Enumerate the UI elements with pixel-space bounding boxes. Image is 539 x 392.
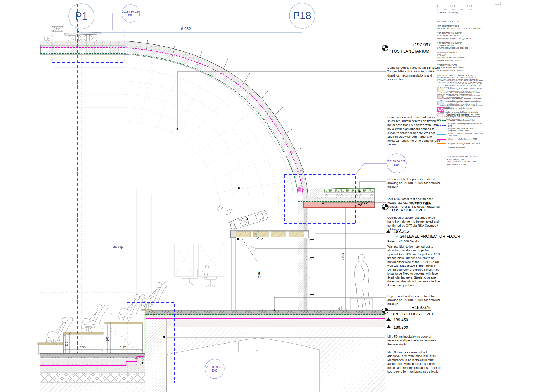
source-line: GFT ON SITE SURVEYS bbox=[437, 25, 484, 27]
dim-977: 977 bbox=[106, 336, 109, 341]
border-corner-mark bbox=[495, 2, 501, 4]
legend-item-label: Rockwool EWI Slab stone wool insulation,… bbox=[447, 94, 484, 99]
dim-639: 639 bbox=[65, 342, 68, 346]
projector-mount bbox=[217, 205, 233, 215]
roof-insulation-layer bbox=[308, 197, 375, 202]
swatch-rainscreen bbox=[437, 101, 444, 105]
background-room bbox=[136, 189, 243, 310]
scale-tick: 500 bbox=[452, 9, 454, 11]
legend-item-label: Visqueen Zedex High Performance CPT DPC bbox=[448, 123, 484, 127]
callout-d04-sheet: D04 bbox=[394, 163, 399, 166]
grid-markers bbox=[69, 3, 315, 29]
swatch-ewi-slab bbox=[437, 95, 444, 99]
legend-item-label: Rockwool NyRock Frame Slab 032 stone woo… bbox=[447, 88, 484, 93]
source-line: ORDER NUMBER : 2041574 bbox=[437, 59, 484, 62]
legend-item-label: Breather membrane bbox=[448, 147, 465, 149]
legend-item: Visqueen Zedex High Performance CPT DPC bbox=[437, 123, 484, 127]
membrane-line-hp-dpm bbox=[437, 139, 446, 140]
wall-fixing-brackets bbox=[310, 239, 314, 298]
source-line: PROMAP bbox=[437, 54, 484, 57]
legend-item-label: Visqueen Pro Single Sided Joint Tape bbox=[448, 143, 480, 145]
grid-marker-p18: P18 bbox=[293, 10, 311, 21]
legend-item-label: Visqueen Self Adhesive DPM On Visqueen T… bbox=[448, 127, 484, 132]
profiled-deck-layer bbox=[324, 194, 375, 197]
source-line: LICENCE NUMBER : 100022432 bbox=[437, 57, 484, 59]
level-value-projector-floor: 192.212 bbox=[393, 229, 410, 234]
legend-item: Rockwool NyRock Frame Slab 032 stone woo… bbox=[437, 88, 484, 93]
scale-bar-label: Scale Bar | 1:20 (mm) bbox=[437, 11, 484, 14]
dim-237: 237 bbox=[254, 233, 257, 237]
level-label-tos-planetarium: TOS PLANETARIUM bbox=[391, 49, 429, 53]
level-lines bbox=[127, 43, 431, 328]
note-min-insulation: Min. 50mm insulation to edge of reservoi… bbox=[387, 335, 441, 346]
note-upper-floor: Upper floor build up - refer to detail d… bbox=[387, 294, 441, 306]
source-line: GREENHATCH GROUP bbox=[437, 34, 484, 37]
scale-tick: 250 bbox=[444, 9, 446, 11]
legend-item: Rockwool EWI Slab stone wool insulation,… bbox=[437, 94, 484, 99]
insulation-legend-title: PLANETARIUM INSULATION LEGEND bbox=[447, 82, 484, 85]
level-label-projector-floor: HIGH LEVEL PROJECTOR FLOOR bbox=[396, 234, 460, 238]
dim-span: 6,952 bbox=[181, 27, 191, 31]
source-block: TREE SURVEY PLAN PAUL HICKING ASSOCIATES… bbox=[437, 64, 484, 72]
scale-tick: 0 bbox=[437, 9, 438, 11]
membranes-legend: MEMBRANES LEGEND Visqueen Vapour Barrier… bbox=[437, 111, 484, 166]
legend-item-label: Visqueen Vapour Barrier (VCL) bbox=[448, 119, 475, 122]
dim-min300-b: Min. 300 bbox=[146, 313, 156, 316]
scale-bar-graphic bbox=[437, 4, 472, 8]
level-value-189450: 189.450 bbox=[393, 317, 408, 322]
breather-membrane-line bbox=[40, 48, 303, 195]
dim-1300: 1,300 bbox=[80, 346, 87, 349]
level-triangle-189450 bbox=[386, 317, 391, 321]
dim-2300: 2,300 bbox=[258, 271, 261, 278]
scale-tick: 750 bbox=[460, 9, 462, 11]
membrane-line-breather bbox=[437, 148, 446, 148]
membrane-line-vcl bbox=[437, 120, 446, 121]
dim-min300-a: Min. 300 bbox=[113, 245, 122, 248]
legend-item-label: Visqueen 100mm Pro Double Sided Butyl Jo… bbox=[448, 132, 484, 137]
source-block: TOPOGRAPHICAL SURVEY TOWER SURVEYS DRAWI… bbox=[437, 42, 484, 50]
level-label-upper-floor: UPPER FLOOR LEVEL bbox=[391, 311, 434, 316]
legend-item: Visqueen Vapour Barrier (VCL) bbox=[437, 118, 484, 123]
dim-min300-c: Min. 300 bbox=[134, 357, 143, 360]
intumescent-cavity-barrier bbox=[298, 187, 302, 191]
upper-floor bbox=[145, 311, 386, 392]
level-value-tos-planetarium: +197.997 bbox=[396, 42, 431, 47]
datum-tos-planetarium bbox=[382, 43, 388, 53]
legend-item-label: Rockwool NyRock Rainscreen 032 stone woo… bbox=[447, 101, 484, 106]
dome-screen-mesh bbox=[47, 54, 293, 206]
source-title: TOPOGRAPHICAL SURVEY bbox=[437, 42, 484, 44]
source-block: GFT ON SITE SURVEYS VARIOUS INFORMATION … bbox=[437, 25, 484, 30]
source-title: ORDNANCE SURVEY bbox=[437, 51, 484, 54]
callout-d03-number: 20188-80-024 bbox=[122, 10, 140, 13]
level-value-tos-roof: +192.965 bbox=[396, 201, 431, 206]
note-dome-screen-wall: Dome screen wall formed of timber studs … bbox=[387, 115, 441, 147]
source-line: VARIOUS INFORMATION AS PER RFI SCHEDULE bbox=[437, 27, 484, 30]
swatch-frame-slab bbox=[437, 88, 444, 92]
based-on-title: DRAWING BASED ON bbox=[437, 20, 484, 23]
level-value-upper-floor: +189.675 bbox=[396, 305, 431, 310]
level-triangle-189200 bbox=[386, 325, 391, 328]
membrane-line-butyl-tape bbox=[437, 134, 446, 135]
legend-item-label: Intumescent cavity fire barrier bbox=[447, 107, 472, 110]
legend-item: Visqueen 100mm Pro Double Sided Butyl Jo… bbox=[437, 132, 484, 137]
dimension-lines bbox=[77, 31, 303, 33]
callout-d06-sheet: D06 bbox=[212, 369, 217, 372]
note-span-joists: Span of 47 x 200mm deep Grade C16 timber… bbox=[387, 252, 443, 287]
level-label-tos-roof: TOS ROOF LEVEL bbox=[391, 208, 426, 212]
source-line: DRAWING NUMBER : 37974_T, REV 6 bbox=[437, 37, 484, 40]
membranes-legend-title: MEMBRANES LEGEND bbox=[447, 114, 484, 116]
scale-bar-ticks: 0 250 500 750 1000 bbox=[437, 9, 472, 11]
apex-posts bbox=[68, 35, 97, 41]
source-title: TOPOGRAPHICAL SURVEY bbox=[437, 32, 484, 34]
membrane-line-dpc bbox=[437, 125, 446, 126]
source-block: TOPOGRAPHICAL SURVEY GREENHATCH GROUP DR… bbox=[437, 32, 484, 40]
scale-bar: 0 250 500 750 1000 Scale Bar | 1:20 (mm) bbox=[437, 4, 484, 14]
grid-marker-p1: P1 bbox=[75, 11, 88, 22]
legend-item: Visqueen High Performance DPM bbox=[437, 137, 484, 141]
scale-tick: 1000 bbox=[468, 9, 472, 11]
source-title: TREE SURVEY PLAN bbox=[437, 64, 484, 67]
source-block: ORDNANCE SURVEY PROMAP LICENCE NUMBER : … bbox=[437, 51, 484, 62]
note-refer-detail: Refer to 43-006 Details bbox=[387, 240, 441, 243]
legend-item: Visqueen Pro Single Sided Joint Tape bbox=[437, 141, 484, 146]
planetarium-section-drawing: P1 P18 20188-80-024 D03 20188-80-025 D04… bbox=[0, 0, 539, 392]
